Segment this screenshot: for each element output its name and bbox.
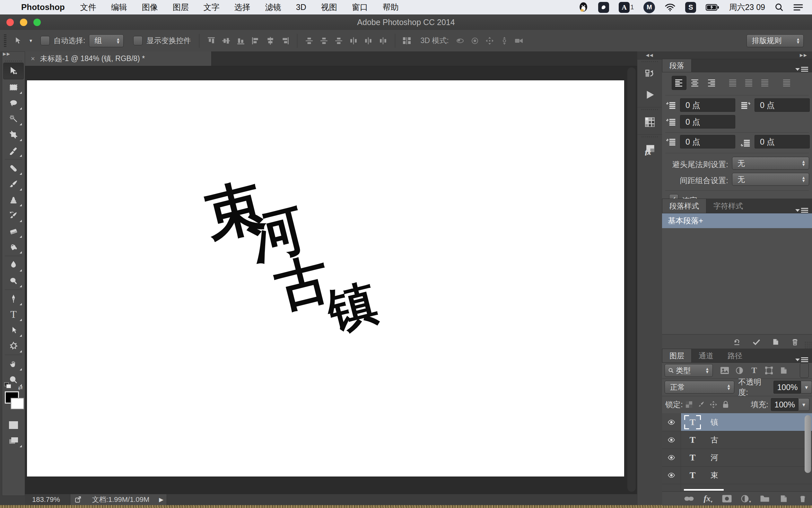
distribute-vertical-centers-icon[interactable] — [317, 34, 331, 48]
styles-panel-icon[interactable]: fx — [641, 140, 659, 158]
tab-paths[interactable]: 路径 — [720, 349, 749, 363]
dock-grip[interactable] — [640, 136, 659, 138]
kinsoku-dropdown[interactable]: 无 ▲▼ — [732, 157, 809, 170]
eyedropper-tool[interactable] — [4, 142, 23, 158]
opacity-slider-arrow[interactable]: ▼ — [801, 381, 812, 394]
indent-first-line-field[interactable]: 0 点 — [680, 115, 735, 129]
brush-tool[interactable] — [4, 176, 23, 192]
layers-panel-menu-icon[interactable] — [795, 357, 812, 363]
lock-pixels-icon[interactable] — [695, 397, 707, 412]
window-title-bar[interactable]: Adobe Photoshop CC 2014 — [0, 14, 812, 30]
notification-center-icon[interactable] — [794, 4, 803, 11]
m-app-icon[interactable]: M — [643, 2, 655, 13]
layer-name[interactable]: 古 — [711, 435, 718, 445]
align-vertical-centers-icon[interactable] — [219, 34, 233, 48]
document-info[interactable]: 文档:1.99M/1.09M ▶ — [70, 494, 167, 505]
layers-scrollbar[interactable] — [805, 415, 811, 473]
layer-name[interactable]: 束 — [711, 470, 718, 480]
indent-right-field[interactable]: 0 点 — [755, 98, 810, 112]
panel-resize-grip[interactable] — [804, 341, 811, 348]
auto-select-dropdown[interactable]: 组 ▲▼ — [89, 34, 124, 47]
options-bar-grip[interactable] — [4, 34, 6, 47]
3d-camera-icon[interactable] — [512, 34, 527, 48]
wifi-icon[interactable] — [665, 3, 675, 11]
zoom-level-field[interactable]: 183.79% — [32, 496, 70, 504]
qq-penguin-icon[interactable] — [578, 2, 588, 13]
menu-view[interactable]: 视图 — [321, 2, 337, 12]
pen-tool[interactable] — [4, 291, 23, 306]
distribute-right-edges-icon[interactable] — [376, 34, 390, 48]
layer-row-shu[interactable]: T 束 — [662, 466, 812, 484]
fill-slider-arrow[interactable]: ▼ — [799, 398, 809, 411]
align-bottom-edges-icon[interactable] — [233, 34, 248, 48]
align-horizontal-centers-icon[interactable] — [263, 34, 278, 48]
tab-character-styles[interactable]: 字符样式 — [706, 199, 750, 213]
app-menu-photoshop[interactable]: Photoshop — [21, 2, 65, 12]
background-color-swatch[interactable] — [11, 398, 24, 409]
new-layer-icon[interactable] — [774, 492, 793, 506]
delete-layer-icon[interactable] — [793, 492, 812, 506]
link-layers-icon[interactable] — [680, 492, 699, 506]
type-tool[interactable]: T — [4, 306, 23, 322]
distribute-left-edges-icon[interactable] — [346, 34, 361, 48]
history-panel-icon[interactable] — [641, 65, 659, 83]
layer-row-he[interactable]: T 河 — [662, 449, 812, 467]
magic-wand-tool[interactable] — [4, 111, 23, 127]
adobe-cc-icon[interactable]: A1 — [619, 2, 634, 13]
3d-drag-icon[interactable] — [482, 34, 497, 48]
screen-mode-button[interactable] — [4, 433, 23, 449]
menu-window[interactable]: 窗口 — [352, 2, 368, 12]
healing-brush-tool[interactable] — [4, 160, 23, 176]
dock-grip[interactable] — [640, 61, 659, 62]
layer-row-gu[interactable]: T 古 — [662, 431, 812, 449]
paragraph-panel-menu-icon[interactable] — [795, 67, 812, 72]
tab-layers[interactable]: 图层 — [662, 349, 691, 363]
lock-transparency-icon[interactable] — [683, 397, 695, 412]
battery-icon[interactable] — [706, 4, 719, 11]
dodge-tool[interactable] — [4, 273, 23, 289]
spotlight-search-icon[interactable] — [775, 3, 784, 12]
layer-thumbnail-type[interactable]: T — [684, 415, 701, 429]
new-group-icon[interactable] — [755, 492, 774, 506]
space-before-field[interactable]: 0 点 — [680, 135, 735, 149]
distribute-top-edges-icon[interactable] — [302, 34, 317, 48]
filter-pixel-layers-icon[interactable] — [717, 364, 732, 378]
swatches-panel-icon[interactable] — [641, 113, 659, 131]
layer-thumbnail-type[interactable]: T — [684, 451, 701, 465]
menu-layer[interactable]: 图层 — [173, 2, 189, 12]
sogou-input-icon[interactable]: S — [685, 2, 696, 13]
redefine-style-icon[interactable] — [752, 338, 761, 346]
style-item-basic-paragraph[interactable]: 基本段落+ — [662, 213, 812, 228]
indent-left-field[interactable]: 0 点 — [680, 98, 735, 112]
eraser-tool[interactable] — [4, 223, 23, 239]
layer-name[interactable]: 镇 — [711, 417, 718, 427]
blur-tool[interactable] — [4, 257, 23, 273]
layer-row-background-partial[interactable] — [662, 484, 812, 491]
align-top-edges-icon[interactable] — [204, 34, 219, 48]
path-select-tool[interactable] — [4, 322, 23, 338]
menu-3d[interactable]: 3D — [296, 3, 306, 12]
move-tool-preset-icon[interactable] — [11, 34, 26, 48]
distribute-bottom-edges-icon[interactable] — [331, 34, 346, 48]
justify-last-center-button[interactable] — [742, 76, 757, 90]
default-colors-icon[interactable] — [4, 382, 11, 388]
distribute-horizontal-centers-icon[interactable] — [361, 34, 376, 48]
status-arrow-icon[interactable]: ▶ — [159, 496, 163, 503]
layer-thumbnail-type[interactable]: T — [684, 433, 701, 447]
filter-type-layers-icon[interactable]: T — [747, 364, 762, 378]
layer-visibility-toggle[interactable] — [662, 413, 681, 431]
crop-tool[interactable] — [4, 127, 23, 142]
layer-row-zhen[interactable]: T 镇 — [662, 413, 812, 431]
new-style-icon[interactable] — [771, 338, 780, 346]
filter-shape-layers-icon[interactable] — [762, 364, 776, 378]
add-layer-mask-icon[interactable] — [718, 492, 736, 506]
tools-expand-icon[interactable]: ▶▶ — [3, 51, 11, 56]
dock-expand-icon[interactable]: ◀◀ — [637, 51, 662, 59]
3d-rotate-icon[interactable] — [453, 34, 468, 48]
space-after-field[interactable]: 0 点 — [755, 135, 810, 149]
menu-filter[interactable]: 滤镜 — [265, 2, 281, 12]
lock-all-icon[interactable] — [720, 397, 732, 412]
layer-visibility-toggle[interactable] — [662, 449, 681, 466]
fill-field[interactable]: 100% — [771, 398, 799, 411]
panels-collapse-icon[interactable]: ▶▶ — [662, 51, 812, 59]
